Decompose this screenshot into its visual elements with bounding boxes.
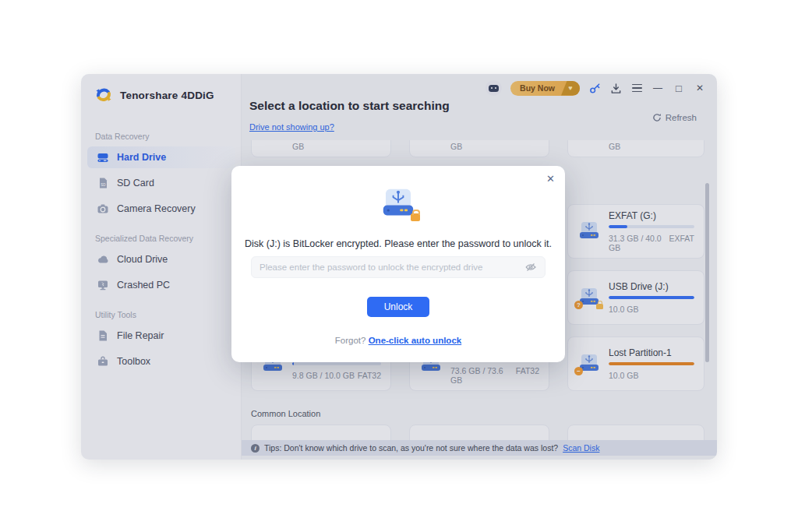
- forgot-row: Forgot? One-click auto unlock: [231, 336, 565, 345]
- encrypted-usb-drive-icon: [380, 188, 417, 222]
- unlock-button[interactable]: Unlock: [367, 297, 429, 317]
- bitlocker-unlock-dialog: ✕ Disk (J:) is BitLocker encrypted. Plea…: [231, 166, 565, 362]
- password-input[interactable]: [260, 262, 524, 272]
- eye-off-icon[interactable]: [524, 261, 537, 273]
- password-field-wrapper: [251, 256, 546, 278]
- dialog-message: Disk (J:) is BitLocker encrypted. Please…: [231, 238, 565, 249]
- page-background: Tenorshare 4DDiG Data Recovery Hard Driv…: [0, 0, 798, 532]
- lock-icon: [411, 213, 420, 221]
- dialog-close-icon[interactable]: ✕: [546, 173, 555, 185]
- forgot-label: Forgot?: [335, 336, 366, 345]
- app-window: Tenorshare 4DDiG Data Recovery Hard Driv…: [81, 74, 717, 460]
- auto-unlock-link[interactable]: One-click auto unlock: [369, 336, 462, 345]
